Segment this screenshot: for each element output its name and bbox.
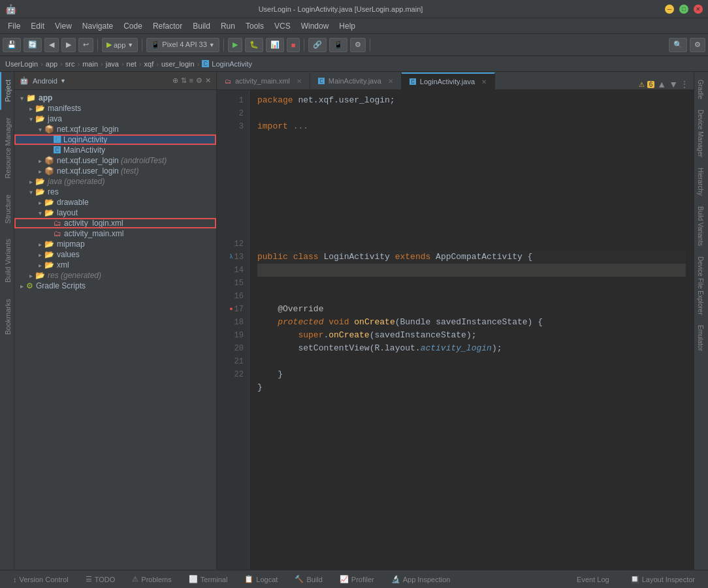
toolbar-forward[interactable]: ▶ <box>61 38 76 52</box>
profile-button[interactable]: 📊 <box>266 38 284 52</box>
expand-arrow[interactable]: ▸ <box>26 272 35 279</box>
tree-gradle-scripts[interactable]: ▸ ⚙ Gradle Scripts <box>14 281 216 291</box>
bottom-tab-layout-inspector[interactable]: 🔲 Layout Inspector <box>622 570 703 589</box>
right-tab-device-file-explorer[interactable]: Device File Explorer <box>694 251 708 320</box>
expand-arrow[interactable]: ▸ <box>26 105 35 112</box>
search-everywhere[interactable]: 🔍 <box>669 38 687 52</box>
maximize-button[interactable]: □ <box>679 5 688 14</box>
debug-button[interactable]: 🐛 <box>245 38 263 52</box>
tree-res[interactable]: ▾ 📂 res <box>14 187 216 197</box>
breadcrumb-net[interactable]: net <box>127 60 137 68</box>
breadcrumb-userlogin[interactable]: UserLogin <box>5 60 38 68</box>
tab-close-login[interactable]: ✕ <box>481 78 487 85</box>
tab-project[interactable]: Project <box>0 72 14 110</box>
menu-file[interactable]: File <box>3 20 25 32</box>
breadcrumb-src[interactable]: src <box>65 60 75 68</box>
tab-activity-main-xml[interactable]: 🗂 activity_main.xml ✕ <box>217 72 310 89</box>
sdk-manager[interactable]: ⚙ <box>350 38 366 52</box>
tab-build-variants[interactable]: Build Variants <box>0 231 14 290</box>
menu-window[interactable]: Window <box>296 20 334 32</box>
more-options-icon[interactable]: ⋮ <box>681 80 688 89</box>
menu-tools[interactable]: Tools <box>240 20 269 32</box>
right-tab-emulator[interactable]: Emulator <box>694 320 708 356</box>
code-area[interactable]: package net.xqf.user_login; import ... <box>249 90 694 570</box>
bottom-tab-terminal[interactable]: ⬜ Terminal <box>181 570 236 589</box>
avd-manager[interactable]: 📱 <box>329 38 347 52</box>
view-selector[interactable]: Android ▼ <box>33 77 66 85</box>
tab-resource-manager[interactable]: Resource Manager <box>0 110 14 187</box>
menu-help[interactable]: Help <box>334 20 361 32</box>
toolbar-sync[interactable]: 🔄 <box>24 38 42 52</box>
project-selector[interactable]: ▶ app ▼ <box>102 38 138 52</box>
tree-package-android-test[interactable]: ▸ 📦 net.xqf.user_login (androidTest) <box>14 155 216 166</box>
tree-layout[interactable]: ▾ 📂 layout <box>14 208 216 218</box>
expand-arrow[interactable]: ▸ <box>35 251 44 258</box>
tree-xml[interactable]: ▸ 📂 xml <box>14 260 216 270</box>
expand-arrow[interactable]: ▸ <box>17 283 26 290</box>
bottom-tab-profiler[interactable]: 📈 Profiler <box>332 570 382 589</box>
menu-edit[interactable]: Edit <box>25 20 50 32</box>
menu-refactor[interactable]: Refactor <box>148 20 187 32</box>
gear-icon[interactable]: ⚙ <box>196 76 202 85</box>
breadcrumb-main[interactable]: main <box>82 60 98 68</box>
bottom-tab-todo[interactable]: ☰ TODO <box>78 570 123 589</box>
run-button[interactable]: ▶ <box>228 38 242 52</box>
expand-arrow[interactable]: ▸ <box>35 157 44 164</box>
stop-button[interactable]: ■ <box>287 38 300 52</box>
breadcrumb-java[interactable]: java <box>106 60 119 68</box>
menu-run[interactable]: Run <box>216 20 240 32</box>
tree-java[interactable]: ▾ 📂 java <box>14 114 216 124</box>
tree-loginactivity[interactable]: 🅲 LoginActivity <box>14 134 216 145</box>
expand-arrow[interactable]: ▸ <box>35 199 44 206</box>
tree-java-generated[interactable]: ▸ 📂 java (generated) <box>14 176 216 187</box>
window-controls[interactable]: ─ □ ✕ <box>665 5 703 14</box>
expand-arrow[interactable]: ▸ <box>35 262 44 269</box>
tree-app[interactable]: ▾ 📁 app <box>14 93 216 103</box>
nav-up-icon[interactable]: ▲ <box>657 79 666 89</box>
bottom-tab-build[interactable]: 🔨 Build <box>287 570 330 589</box>
toolbar-back[interactable]: ◀ <box>44 38 59 52</box>
tree-mainactivity[interactable]: 🅲 MainActivity <box>14 145 216 155</box>
bottom-tab-app-inspection[interactable]: 🔬 App Inspection <box>383 570 459 589</box>
menu-navigate[interactable]: Navigate <box>77 20 118 32</box>
expand-arrow[interactable]: ▸ <box>26 178 35 185</box>
expand-arrow[interactable]: ▾ <box>35 209 44 217</box>
toolbar-revert[interactable]: ↩ <box>78 38 93 52</box>
right-tab-device-manager[interactable]: Device Manager <box>694 104 708 162</box>
tree-res-generated[interactable]: ▸ 📂 res (generated) <box>14 270 216 281</box>
right-tab-build-variants[interactable]: Build Variants <box>694 201 708 251</box>
menu-code[interactable]: Code <box>118 20 148 32</box>
tab-loginactivity-java[interactable]: 🅲 LoginActivity.java ✕ <box>402 72 495 89</box>
expand-arrow[interactable]: ▾ <box>17 95 26 102</box>
bottom-tab-logcat[interactable]: 📋 Logcat <box>236 570 285 589</box>
breadcrumb-user-login[interactable]: user_login <box>161 60 195 68</box>
bottom-tab-version-control[interactable]: ↕ Version Control <box>5 570 76 589</box>
toolbar-save[interactable]: 💾 <box>3 38 21 52</box>
tab-close-main[interactable]: ✕ <box>388 78 393 85</box>
breadcrumb-xqf[interactable]: xqf <box>144 60 154 68</box>
sort-icon[interactable]: ⇅ <box>181 76 187 85</box>
right-tab-gradle[interactable]: Gradle <box>694 74 708 104</box>
expand-arrow[interactable]: ▾ <box>26 116 35 123</box>
bottom-tab-event-log[interactable]: Event Log <box>569 570 617 589</box>
tab-mainactivity-java[interactable]: 🅲 MainActivity.java ✕ <box>310 72 402 89</box>
right-tab-hierarchy[interactable]: Hierarchy <box>694 162 708 201</box>
expand-arrow[interactable]: ▾ <box>35 126 44 133</box>
tab-bookmarks[interactable]: Bookmarks <box>0 291 14 343</box>
editor-content[interactable]: 1 2 3 12 λ13 14 15 16 ●17 <box>217 90 694 570</box>
nav-down-icon[interactable]: ▼ <box>669 79 678 89</box>
tree-package-main[interactable]: ▾ 📦 net.xqf.user_login <box>14 124 216 134</box>
tree-drawable[interactable]: ▸ 📂 drawable <box>14 197 216 208</box>
menu-build[interactable]: Build <box>187 20 216 32</box>
tree-package-test[interactable]: ▸ 📦 net.xqf.user_login (test) <box>14 166 216 176</box>
minimize-button[interactable]: ─ <box>665 5 674 14</box>
breadcrumb-app[interactable]: app <box>46 60 57 68</box>
expand-arrow[interactable]: ▸ <box>35 241 44 248</box>
close-button[interactable]: ✕ <box>694 5 703 14</box>
settings[interactable]: ⚙ <box>690 38 705 52</box>
close-panel-icon[interactable]: ✕ <box>205 76 211 85</box>
bottom-tab-problems[interactable]: ⚠ Problems <box>124 570 179 589</box>
tree-activity-login[interactable]: 🗂 activity_login.xml <box>14 218 216 228</box>
tab-close-xml[interactable]: ✕ <box>297 78 302 85</box>
menu-vcs[interactable]: VCS <box>269 20 296 32</box>
